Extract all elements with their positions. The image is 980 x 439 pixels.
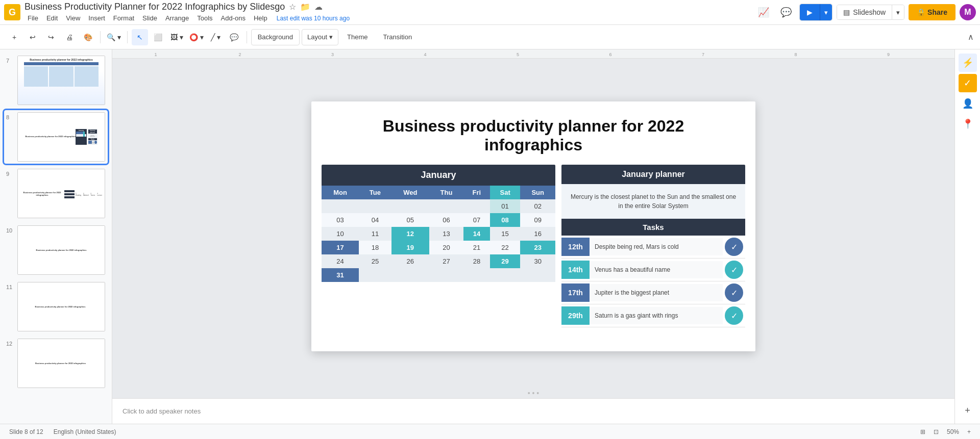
separator-1 — [100, 31, 101, 43]
cal-cell — [429, 268, 463, 282]
notes-area[interactable]: Click to add speaker notes — [112, 398, 954, 424]
grid-view-btn[interactable]: ⊞ — [917, 427, 928, 436]
cal-cell-04: 04 — [359, 213, 391, 227]
task-row-12: 12th Despite being red, Mars is cold ✓ — [561, 236, 745, 259]
cal-cell-29: 29 — [490, 254, 520, 268]
cal-cell-21: 21 — [463, 241, 490, 254]
layout-button[interactable]: Layout ▾ — [302, 29, 338, 45]
toolbar: + ↩ ↪ 🖨 🎨 🔍 ▾ ↖ ⬜ 🖼 ▾ ⭕ ▾ ╱ ▾ 💬 Backgrou… — [0, 25, 980, 49]
cal-cell-16: 16 — [520, 227, 555, 241]
separator-3 — [247, 31, 247, 43]
slideshow-dropdown[interactable]: ▾ — [892, 5, 904, 19]
app-logo[interactable]: G — [4, 4, 20, 20]
zoom-in-btn[interactable]: + — [964, 427, 974, 436]
doc-title-area: Business Productivity Planner for 2022 I… — [24, 2, 750, 23]
cal-cell-20: 20 — [429, 241, 463, 254]
task-date-14: 14th — [561, 261, 590, 279]
menu-format[interactable]: Format — [110, 13, 137, 23]
user-avatar[interactable]: M — [960, 4, 976, 20]
paint-button[interactable]: 🎨 — [80, 29, 96, 45]
line-button[interactable]: ╱ ▾ — [208, 29, 224, 45]
cal-row-4: 17 18 19 20 21 22 23 — [322, 241, 555, 254]
share-button[interactable]: 🔒 Share — [909, 4, 955, 20]
transition-button[interactable]: Transition — [377, 29, 419, 45]
menu-edit[interactable]: Edit — [43, 13, 61, 23]
slide-thumb-9[interactable]: 9 Business productivity planner for 2022… — [4, 167, 108, 220]
present-button[interactable]: ▶ — [800, 4, 820, 20]
menu-tools[interactable]: Tools — [194, 13, 215, 23]
last-edit: Last edit was 10 hours ago — [277, 15, 350, 22]
slide-thumb-11[interactable]: 11 Business productivity planner for 202… — [4, 280, 108, 333]
trending-icon-btn[interactable]: 📈 — [754, 3, 773, 21]
cal-day-sun: Sun — [520, 186, 555, 199]
slide-title: Business productivity planner for 2022 i… — [311, 101, 755, 165]
right-panel-add-btn[interactable]: + — [959, 401, 977, 420]
cal-cell-28: 28 — [463, 254, 490, 268]
star-icon[interactable]: ☆ — [289, 2, 296, 12]
menu-addons[interactable]: Add-ons — [218, 13, 249, 23]
cal-cell-18: 18 — [359, 241, 391, 254]
cal-day-mon: Mon — [322, 186, 359, 199]
task-date-29: 29th — [561, 306, 590, 325]
task-check-12: ✓ — [725, 238, 743, 256]
zoom-level[interactable]: 50% — [944, 427, 962, 436]
add-button[interactable]: + — [6, 29, 22, 45]
menu-insert[interactable]: Insert — [85, 13, 108, 23]
menu-slide[interactable]: Slide — [139, 13, 160, 23]
menu-file[interactable]: File — [24, 13, 41, 23]
slide-thumb-12[interactable]: 12 Business productivity planner for 202… — [4, 337, 108, 390]
language-btn[interactable]: English (United States) — [51, 427, 119, 436]
cal-cell-25: 25 — [359, 254, 391, 268]
cal-day-tue: Tue — [359, 186, 391, 199]
folder-icon[interactable]: 📁 — [300, 2, 310, 12]
select-frame-button[interactable]: ⬜ — [150, 29, 166, 45]
cal-cell-24: 24 — [322, 254, 359, 268]
slide-thumb-8[interactable]: 8 Business productivity planner for 2022… — [4, 110, 108, 164]
cal-cell-08: 08 — [490, 213, 520, 227]
cal-cell-15: 15 — [490, 227, 520, 241]
menu-arrange[interactable]: Arrange — [162, 13, 192, 23]
task-text-12: Despite being red, Mars is cold — [590, 238, 723, 255]
slideshow-group: ▤ Slideshow ▾ — [837, 5, 904, 20]
comment-icon-btn[interactable]: 💬 — [777, 3, 795, 21]
slideshow-label: ▤ Slideshow — [837, 5, 892, 19]
menu-view[interactable]: View — [63, 13, 83, 23]
canvas-area: 1 2 3 4 5 6 7 8 9 Business productivity … — [112, 49, 954, 424]
calendar-table: Mon Tue Wed Thu Fri Sat Sun — [322, 186, 555, 282]
theme-button[interactable]: Theme — [340, 29, 374, 45]
menu-bar: File Edit View Insert Format Slide Arran… — [24, 13, 750, 23]
present-dropdown[interactable]: ▾ — [820, 4, 832, 20]
right-panel-btn-4[interactable]: 📍 — [959, 115, 977, 133]
cloud-icon[interactable]: ☁ — [314, 2, 323, 12]
doc-title: Business Productivity Planner for 2022 I… — [24, 2, 750, 12]
slide-preview-12: Business productivity planner for 2022 i… — [17, 339, 105, 388]
slide[interactable]: Business productivity planner for 2022 i… — [311, 101, 755, 351]
image-button[interactable]: 🖼 ▾ — [168, 29, 185, 45]
toolbar-collapse-button[interactable]: ∧ — [968, 32, 974, 42]
calendar-section: January Mon Tue Wed Thu Fri Sat — [322, 165, 555, 327]
shapes-button[interactable]: ⭕ ▾ — [187, 29, 206, 45]
cal-cell-14: 14 — [463, 227, 490, 241]
menu-help[interactable]: Help — [251, 13, 271, 23]
comment-toolbar-button[interactable]: 💬 — [226, 29, 242, 45]
redo-button[interactable]: ↪ — [43, 29, 59, 45]
cursor-button[interactable]: ↖ — [132, 29, 148, 45]
fit-btn[interactable]: ⊡ — [930, 427, 942, 436]
undo-button[interactable]: ↩ — [24, 29, 41, 45]
print-button[interactable]: 🖨 — [61, 29, 78, 45]
slide-preview-11: Business productivity planner for 2022 i… — [17, 282, 105, 331]
slide-thumb-10[interactable]: 10 Business productivity planner for 202… — [4, 223, 108, 277]
right-panel-btn-1[interactable]: ⚡ — [959, 54, 977, 72]
cal-day-sat: Sat — [490, 186, 520, 199]
task-row-17: 17th Jupiter is the biggest planet ✓ — [561, 281, 745, 304]
slide-panel: 7 Business productivity planner for 2022… — [0, 49, 112, 424]
slide-num-11: 11 — [6, 282, 14, 290]
right-panel-btn-3[interactable]: 👤 — [959, 94, 977, 113]
calendar-header: January — [322, 165, 555, 186]
zoom-button[interactable]: 🔍 ▾ — [105, 29, 123, 45]
right-panel-add[interactable]: + — [959, 401, 977, 420]
background-button[interactable]: Background — [251, 29, 300, 45]
right-panel-btn-2[interactable]: ✓ — [959, 74, 977, 92]
task-check-17: ✓ — [725, 283, 743, 302]
slide-thumb-7[interactable]: 7 Business productivity planner for 2022… — [4, 54, 108, 107]
